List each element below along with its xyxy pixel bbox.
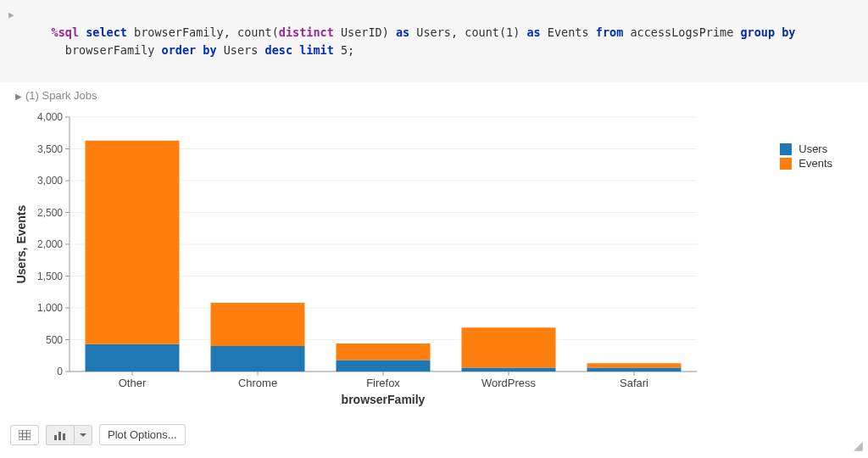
- svg-text:WordPress: WordPress: [481, 377, 537, 389]
- output-controls: Plot Options... ◢: [0, 419, 868, 450]
- svg-text:Firefox: Firefox: [366, 377, 400, 389]
- caret-right-icon: ▶: [15, 92, 22, 101]
- bar-events[interactable]: [337, 344, 431, 360]
- bar-events[interactable]: [462, 327, 556, 367]
- bar-users[interactable]: [587, 368, 682, 372]
- svg-text:1,000: 1,000: [37, 302, 63, 314]
- legend-item-users[interactable]: Users: [780, 142, 832, 155]
- bar-users[interactable]: [86, 344, 180, 371]
- svg-rect-49: [54, 435, 57, 440]
- plot-options-button[interactable]: Plot Options...: [99, 424, 186, 445]
- svg-text:2,500: 2,500: [37, 207, 63, 219]
- svg-text:3,500: 3,500: [37, 143, 63, 155]
- svg-text:Users, Events: Users, Events: [14, 204, 28, 283]
- svg-text:browserFamily: browserFamily: [342, 393, 426, 406]
- svg-text:Safari: Safari: [620, 377, 648, 389]
- bar-users[interactable]: [337, 360, 431, 372]
- svg-rect-44: [19, 430, 31, 440]
- svg-text:3,000: 3,000: [37, 175, 63, 187]
- svg-text:4,000: 4,000: [37, 111, 63, 123]
- legend: Users Events: [780, 142, 832, 171]
- legend-label: Users: [798, 142, 827, 155]
- legend-item-events[interactable]: Events: [780, 157, 832, 170]
- bar-users[interactable]: [211, 346, 305, 371]
- chart-area: 05001,0001,5002,0002,5003,0003,5004,000O…: [10, 109, 858, 414]
- legend-swatch: [780, 143, 792, 155]
- bar-events[interactable]: [211, 303, 305, 346]
- bar-users[interactable]: [462, 368, 556, 372]
- svg-rect-51: [63, 433, 65, 440]
- table-icon: [19, 430, 31, 440]
- svg-text:1,500: 1,500: [37, 271, 63, 282]
- bar-events[interactable]: [86, 141, 180, 344]
- chart-view-button[interactable]: [46, 425, 74, 445]
- legend-swatch: [780, 158, 792, 170]
- code-input[interactable]: ▶%sql select browserFamily, count(distin…: [0, 0, 868, 82]
- bar-chart-icon: [54, 430, 66, 440]
- bar-events[interactable]: [587, 363, 682, 367]
- chart-type-dropdown[interactable]: [74, 425, 92, 445]
- bar-chart: 05001,0001,5002,0002,5003,0003,5004,000O…: [10, 109, 858, 414]
- spark-jobs-toggle[interactable]: ▶(1) Spark Jobs: [0, 82, 868, 105]
- notebook-cell: – × ▶%sql select browserFamily, count(di…: [0, 0, 868, 450]
- svg-text:500: 500: [46, 334, 63, 346]
- table-view-button[interactable]: [10, 425, 39, 445]
- svg-text:0: 0: [57, 366, 63, 377]
- spark-jobs-label: (1) Spark Jobs: [25, 89, 97, 102]
- run-indicator-icon: ▶: [8, 8, 14, 23]
- caret-down-icon: [80, 432, 86, 438]
- svg-rect-50: [58, 432, 61, 440]
- svg-text:Chrome: Chrome: [238, 377, 277, 389]
- resize-handle[interactable]: ◢: [854, 438, 863, 452]
- legend-label: Events: [798, 157, 832, 170]
- svg-text:Other: Other: [119, 377, 147, 389]
- svg-text:2,000: 2,000: [37, 238, 63, 250]
- chart-view-button-group: [46, 425, 92, 445]
